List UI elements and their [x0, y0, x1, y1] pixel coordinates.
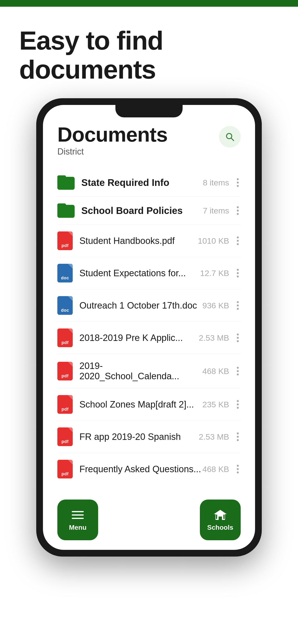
svg-rect-7 — [219, 516, 222, 520]
hero-title: Easy to find documents — [19, 26, 279, 84]
pdf-icon: pdf — [57, 428, 73, 446]
page-subtitle: District — [57, 146, 168, 157]
svg-rect-3 — [72, 514, 84, 516]
svg-rect-4 — [72, 518, 84, 519]
page-title: Documents — [57, 124, 168, 145]
search-icon — [225, 132, 235, 142]
more-options-button[interactable] — [235, 332, 241, 344]
list-item[interactable]: School Board Policies 7 items — [57, 197, 241, 225]
svg-line-1 — [231, 138, 234, 141]
file-name-group: Frequently Asked Questions... — [79, 464, 202, 474]
file-meta: 8 items — [203, 178, 229, 187]
file-meta: 12.7 KB — [200, 268, 229, 278]
phone-notch — [115, 105, 183, 118]
folder-icon — [57, 176, 75, 190]
file-meta: 468 KB — [202, 464, 229, 474]
file-name-group: Student Expectations for... — [79, 268, 200, 278]
menu-button[interactable]: Menu — [57, 500, 98, 540]
list-item[interactable]: doc Student Expectations for... 12.7 KB — [57, 257, 241, 290]
file-meta: 235 KB — [202, 400, 229, 409]
more-options-button[interactable] — [235, 267, 241, 279]
file-name: Student Handbooks.pdf — [79, 236, 175, 246]
svg-rect-2 — [72, 511, 84, 512]
more-options-button[interactable] — [235, 398, 241, 411]
more-options-button[interactable] — [235, 365, 241, 377]
file-name: FR app 2019-20 Spanish — [79, 432, 181, 442]
pdf-icon: pdf — [57, 362, 73, 380]
hero-section: Easy to find documents — [0, 7, 298, 98]
documents-header: Documents District — [57, 124, 241, 157]
file-name: 2019-2020_School_Calenda... — [79, 361, 179, 381]
list-item[interactable]: pdf Frequently Asked Questions... 468 KB — [57, 453, 241, 485]
pdf-icon: pdf — [57, 395, 73, 414]
file-name: State Required Info — [81, 177, 169, 188]
search-button[interactable] — [219, 126, 241, 148]
file-name: Outreach 1 October 17th.doc — [79, 300, 197, 310]
list-item[interactable]: pdf Student Handbooks.pdf 1010 KB — [57, 225, 241, 257]
doc-icon: doc — [57, 264, 73, 282]
more-options-button[interactable] — [235, 234, 241, 247]
list-item[interactable]: pdf 2018-2019 Pre K Applic... 2.53 MB — [57, 322, 241, 354]
file-name-group: State Required Info — [81, 177, 203, 188]
list-item[interactable]: doc Outreach 1 October 17th.doc 936 KB — [57, 290, 241, 322]
menu-label: Menu — [69, 524, 86, 532]
pdf-icon: pdf — [57, 232, 73, 250]
schools-label: Schools — [207, 524, 233, 532]
svg-marker-6 — [214, 510, 227, 514]
file-meta: 936 KB — [202, 301, 229, 310]
file-list: State Required Info 8 items — [57, 169, 241, 485]
file-name: 2018-2019 Pre K Applic... — [79, 333, 183, 343]
file-meta: 7 items — [203, 206, 229, 216]
schools-icon — [214, 508, 227, 521]
file-name: School Zones Map[draft 2]... — [79, 400, 194, 410]
more-options-button[interactable] — [235, 176, 241, 189]
list-item[interactable]: State Required Info 8 items — [57, 169, 241, 197]
more-options-button[interactable] — [235, 204, 241, 217]
file-name: School Board Policies — [81, 205, 183, 216]
file-name: Frequently Asked Questions... — [79, 464, 201, 474]
phone-mockup: Documents District — [36, 98, 262, 556]
list-item[interactable]: pdf School Zones Map[draft 2]... 235 KB — [57, 388, 241, 421]
folder-icon — [57, 204, 75, 218]
menu-icon — [71, 508, 84, 521]
list-item[interactable]: pdf FR app 2019-20 Spanish 2.53 MB — [57, 421, 241, 453]
phone-screen: Documents District — [43, 105, 255, 550]
list-item[interactable]: pdf 2019-2020_School_Calenda... 468 KB — [57, 354, 241, 388]
file-name-group: FR app 2019-20 Spanish — [79, 432, 199, 442]
bottom-navigation: Menu — [43, 490, 255, 550]
file-name: Student Expectations for... — [79, 268, 186, 278]
file-name-group: 2019-2020_School_Calenda... — [79, 361, 202, 382]
file-name-group: Student Handbooks.pdf — [79, 236, 198, 246]
file-meta: 1010 KB — [198, 236, 229, 246]
more-options-button[interactable] — [235, 299, 241, 312]
status-bar — [0, 0, 298, 7]
doc-icon: doc — [57, 296, 73, 315]
pdf-icon: pdf — [57, 460, 73, 478]
schools-button[interactable]: Schools — [200, 500, 241, 540]
file-name-group: Outreach 1 October 17th.doc — [79, 300, 202, 311]
file-meta: 2.53 MB — [199, 432, 229, 442]
file-name-group: School Board Policies — [81, 205, 203, 216]
file-name-group: School Zones Map[draft 2]... — [79, 400, 202, 410]
file-meta: 2.53 MB — [199, 333, 229, 342]
svg-rect-9 — [223, 514, 225, 519]
more-options-button[interactable] — [235, 430, 241, 443]
pdf-icon: pdf — [57, 328, 73, 347]
more-options-button[interactable] — [235, 463, 241, 475]
svg-rect-8 — [216, 514, 217, 519]
title-group: Documents District — [57, 124, 168, 157]
file-name-group: 2018-2019 Pre K Applic... — [79, 333, 199, 343]
file-meta: 468 KB — [202, 366, 229, 376]
